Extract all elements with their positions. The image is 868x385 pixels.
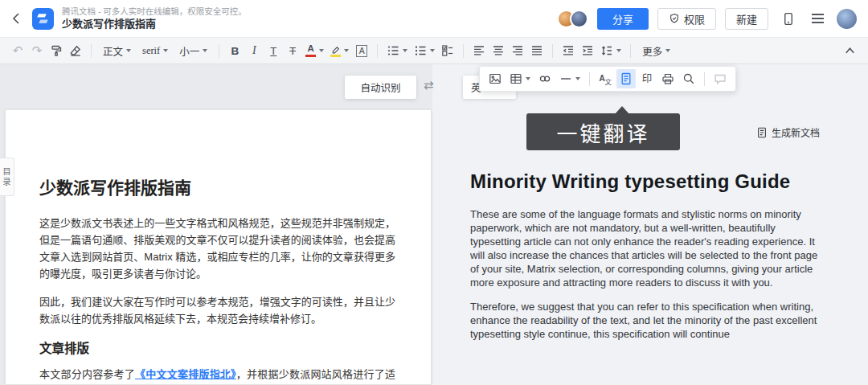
document-title: 少数派写作排版指南 — [39, 174, 395, 199]
insert-image-button[interactable] — [485, 69, 505, 88]
auto-detect-label: 自动识别 — [360, 80, 400, 95]
character-border-icon: A — [356, 45, 367, 57]
underline-button[interactable]: T — [264, 41, 283, 61]
translated-paragraph: Therefore, we suggest that you can refer… — [470, 300, 822, 341]
undo-button[interactable]: ↶ — [8, 41, 27, 61]
strikethrough-button[interactable]: T — [283, 41, 302, 61]
character-border-button[interactable]: A — [352, 41, 371, 61]
highlight-color-button[interactable] — [327, 41, 352, 61]
auto-detect-language-button[interactable]: 自动识别 — [345, 76, 416, 99]
seal-icon: 印 — [642, 74, 653, 84]
line-spacing-icon — [600, 44, 613, 57]
seal-button[interactable]: 印 — [637, 69, 657, 88]
translated-paragraph: These are some of the language formats a… — [470, 207, 822, 289]
clear-format-button[interactable] — [66, 41, 85, 61]
insert-toolbar: A文 印 — [479, 66, 736, 92]
document-page[interactable]: 少数派写作排版指南 这是少数派文书表述上的一些文字格式和风格规范，这些规范并非强… — [5, 109, 432, 385]
comment-button[interactable] — [710, 69, 730, 88]
toc-tab[interactable]: 目录 — [0, 158, 14, 196]
align-left-button[interactable] — [469, 41, 489, 61]
outdent-button[interactable] — [559, 41, 578, 61]
document-translate-icon — [620, 72, 633, 85]
underline-icon: T — [270, 45, 276, 57]
bold-icon: B — [231, 45, 239, 57]
chevron-down-icon — [665, 49, 670, 52]
app-tagline: 腾讯文档 - 可多人实时在线编辑，权限安全可控。 — [62, 6, 247, 17]
one-click-translate-button[interactable] — [616, 69, 636, 88]
link-icon — [538, 72, 551, 85]
insert-table-button[interactable] — [506, 69, 534, 88]
share-button[interactable]: 分享 — [597, 8, 649, 30]
document-heading: 文章排版 — [39, 338, 395, 356]
indent-icon — [581, 44, 594, 57]
tencent-docs-logo-icon[interactable] — [32, 8, 54, 30]
find-button[interactable] — [679, 69, 698, 88]
new-doc-icon — [756, 127, 768, 138]
document-link[interactable]: 《中文文案排版指北》 — [135, 368, 236, 380]
font-color-button[interactable]: A — [302, 41, 327, 61]
print-button[interactable] — [658, 69, 678, 88]
document-paragraph: 本文部分内容参考了《中文文案排版指北》，并根据少数派网站风格进行了适当的调整。 — [39, 366, 395, 385]
paragraph-style-select[interactable]: 正文 — [97, 41, 137, 61]
hamburger-lines — [812, 14, 824, 23]
insert-link-button[interactable] — [535, 69, 555, 88]
bullet-list-button[interactable] — [383, 41, 411, 61]
translation-panel: 生成新文档 Minority Writing typesetting Guide… — [432, 64, 868, 385]
italic-icon: I — [252, 44, 256, 57]
ordered-list-button[interactable] — [411, 41, 438, 61]
redo-icon: ↷ — [32, 45, 43, 57]
font-size-select[interactable]: 小一 — [174, 41, 213, 61]
insert-divider-button[interactable] — [556, 69, 583, 88]
user-avatar[interactable] — [837, 9, 857, 29]
toolbar-divider — [552, 44, 553, 58]
swap-languages-icon[interactable]: ⇄ — [424, 79, 434, 92]
align-justify-button[interactable] — [527, 41, 547, 61]
line-spacing-button[interactable] — [597, 41, 624, 61]
generate-doc-label: 生成新文档 — [772, 125, 820, 139]
collaborator-avatars[interactable] — [557, 10, 588, 28]
redo-button[interactable]: ↷ — [27, 41, 47, 61]
align-center-icon — [492, 44, 505, 57]
collapse-toolbar-button[interactable] — [840, 41, 860, 61]
bullet-list-icon — [387, 44, 399, 57]
paragraph-text: 本文部分内容参考了 — [39, 368, 135, 380]
permission-button[interactable]: 权限 — [657, 8, 716, 30]
translate-button[interactable]: A文 — [596, 69, 615, 88]
font-color-icon: A — [305, 44, 316, 57]
chevron-down-icon — [126, 49, 131, 52]
checklist-button[interactable] — [438, 41, 457, 61]
horizontal-line-icon — [559, 72, 572, 85]
chevron-down-icon — [430, 49, 435, 52]
menu-icon[interactable] — [807, 8, 828, 29]
generate-doc-button[interactable]: 生成新文档 — [756, 125, 820, 139]
back-button[interactable] — [6, 8, 27, 29]
chevron-up-icon — [843, 44, 857, 58]
eraser-icon — [69, 44, 82, 57]
document-body: 少数派写作排版指南 这是少数派文书表述上的一些文字格式和风格规范，这些规范并非强… — [6, 110, 431, 385]
highlight-icon — [330, 45, 341, 57]
collaborator-avatar[interactable] — [570, 10, 588, 28]
format-painter-button[interactable] — [47, 41, 66, 61]
align-right-button[interactable] — [508, 41, 527, 61]
toolbar-divider — [91, 44, 92, 58]
shield-icon — [669, 13, 680, 24]
toolbar-divider — [219, 44, 219, 58]
translated-document[interactable]: Minority Writing typesetting Guide These… — [470, 169, 822, 351]
bold-button[interactable]: B — [225, 41, 244, 61]
align-center-button[interactable] — [489, 41, 508, 61]
one-click-translate-tooltip: 一键翻译 — [526, 113, 680, 150]
font-family-select[interactable]: serif — [137, 41, 174, 61]
formatting-toolbar: ↶ ↷ 正文 serif 小一 B I T T A A — [0, 37, 868, 64]
print-icon — [661, 72, 674, 85]
new-doc-label: 新建 — [736, 11, 757, 27]
indent-button[interactable] — [578, 41, 597, 61]
chevron-down-icon — [575, 77, 580, 80]
font-family-value: serif — [142, 45, 160, 57]
new-doc-button[interactable]: 新建 — [725, 8, 768, 30]
chevron-down-icon — [526, 77, 530, 80]
doc-title[interactable]: 少数派写作排版指南 — [62, 18, 247, 31]
more-tools-button[interactable]: 更多 — [637, 41, 676, 61]
mobile-icon[interactable] — [777, 8, 798, 29]
search-icon — [682, 72, 695, 85]
italic-button[interactable]: I — [244, 41, 264, 61]
